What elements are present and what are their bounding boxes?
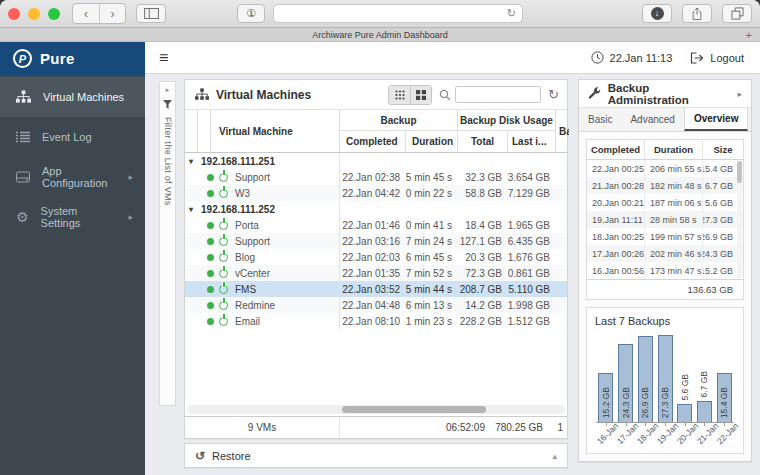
column-total[interactable]: Total — [458, 131, 508, 152]
datetime-display: 22.Jan 11:13 — [591, 51, 673, 64]
vm-name-cell[interactable]: Porta — [185, 217, 340, 233]
backup-row[interactable]: 18.Jan 00:25199 min 57 s26.9 GB — [587, 228, 743, 245]
sidebar-item-app-configuration[interactable]: App Configuration ▸ — [0, 157, 145, 197]
chart-x-tick-label: 17-Jan — [616, 427, 636, 454]
restore-panel[interactable]: ↺ Restore ▴ — [184, 443, 568, 468]
backup-admin-content: Completed Duration Size 22.Jan 00:25206 … — [579, 132, 751, 461]
vm-row[interactable]: Blog22.Jan 02:0316 min 45 s20.3 GB1.676 … — [185, 249, 567, 265]
backup-row[interactable]: 21.Jan 00:28182 min 48 s6.7 GB — [587, 177, 743, 194]
vm-name-label: Support — [235, 236, 270, 247]
share-button[interactable] — [682, 4, 712, 23]
column-virtual-machine[interactable]: Virtual Machine — [211, 110, 340, 152]
downloads-button[interactable]: ↓ — [642, 4, 672, 23]
vm-name-cell[interactable]: Support — [185, 233, 340, 249]
sidebar-toggle-icon — [144, 8, 159, 19]
column-duration[interactable]: Duration — [645, 140, 703, 159]
power-icon — [219, 189, 228, 198]
chart-bar: 15.4 GB — [714, 333, 734, 422]
column-completed[interactable]: Completed — [340, 131, 406, 152]
vm-row[interactable]: vCenter22.Jan 01:3517 min 52 s72.3 GB10.… — [185, 265, 567, 281]
vm-name-cell[interactable]: Redmine — [185, 297, 340, 313]
tab-overview[interactable]: Overview — [684, 108, 748, 131]
vm-name-cell[interactable]: Support — [185, 169, 340, 185]
browser-window: ‹ › ① ↻ ↓ Archiware Pure Admin Dashboard… — [0, 0, 760, 475]
vm-row[interactable]: FMS22.Jan 03:5235 min 44 s208.7 GB25.110… — [185, 281, 567, 297]
tile-view-button[interactable] — [410, 86, 431, 104]
address-bar[interactable]: ↻ — [273, 4, 523, 23]
vm-table-body: ▾192.168.111.251Support22.Jan 02:3835 mi… — [185, 153, 567, 329]
backup-row[interactable]: 16.Jan 00:56173 min 47 s15.2 GB — [587, 262, 743, 279]
vm-total-cell: 18.4 GB — [458, 217, 508, 233]
vm-row[interactable]: Support22.Jan 02:3835 min 45 s32.3 GB3.6… — [185, 169, 567, 185]
refresh-icon[interactable]: ↻ — [548, 87, 559, 102]
vm-completed-cell: 22.Jan 02:38 — [340, 169, 406, 185]
tab-basic[interactable]: Basic — [579, 108, 621, 131]
vm-name-cell[interactable]: FMS — [185, 281, 340, 297]
vm-row[interactable]: Email22.Jan 08:10201 min 23 s228.2 GB31.… — [185, 313, 567, 329]
vertical-scrollbar[interactable] — [737, 161, 742, 278]
vm-total-cell: 208.7 GB — [458, 281, 508, 297]
url-input[interactable] — [280, 8, 507, 19]
power-icon — [219, 285, 228, 294]
tab-overview-button[interactable] — [722, 4, 752, 23]
vm-name-cell[interactable]: vCenter — [185, 265, 340, 281]
close-window-button[interactable] — [8, 8, 20, 20]
minimize-window-button[interactable] — [28, 8, 40, 20]
logout-button[interactable]: Logout — [690, 52, 744, 64]
status-column-header — [198, 110, 211, 152]
sidebar-item-virtual-machines[interactable]: Virtual Machines — [0, 77, 145, 117]
drive-icon — [16, 171, 30, 183]
tree-expanded-icon[interactable]: ▾ — [189, 205, 193, 214]
backup-duration-cell: 202 min 46 s — [645, 245, 703, 262]
backup-row[interactable]: 20.Jan 00:21187 min 06 s5.6 GB — [587, 194, 743, 211]
active-tab[interactable]: Archiware Pure Admin Dashboard — [312, 30, 448, 40]
tab-advanced[interactable]: Advanced — [621, 108, 683, 131]
menu-toggle-icon[interactable]: ≡ — [159, 49, 168, 67]
vm-name-cell[interactable]: Email — [185, 313, 340, 329]
back-icon: ‹ — [84, 7, 88, 21]
column-last-incremental[interactable]: Last i... — [508, 131, 556, 152]
sidebar-item-system-settings[interactable]: ⚙ System Settings ▸ — [0, 197, 145, 237]
list-view-button[interactable] — [389, 86, 410, 104]
new-tab-button[interactable]: + — [746, 30, 752, 40]
forward-button[interactable]: › — [99, 4, 125, 23]
horizontal-scrollbar-thumb[interactable] — [342, 406, 486, 413]
column-size[interactable]: Size — [703, 140, 743, 159]
tree-expanded-icon[interactable]: ▾ — [189, 157, 193, 166]
back-button[interactable]: ‹ — [73, 4, 99, 23]
vm-name-cell[interactable]: Blog — [185, 249, 340, 265]
vm-row[interactable]: Porta22.Jan 01:4610 min 41 s18.4 GB1.965… — [185, 217, 567, 233]
column-completed[interactable]: Completed — [587, 140, 645, 159]
filter-strip[interactable]: ▸ Filter the List of VMs — [159, 81, 176, 406]
vm-group-row[interactable]: ▾192.168.111.251 — [185, 153, 567, 169]
bar-value-label: 27.3 GB — [660, 387, 670, 418]
sidebar-toggle-button[interactable] — [136, 4, 166, 23]
filter-expand-icon[interactable]: ▸ — [166, 86, 170, 94]
tree-column-header — [185, 110, 198, 152]
backup-row[interactable]: 17.Jan 00:26202 min 46 s24.3 GB — [587, 245, 743, 262]
vm-name-cell[interactable]: W3 — [185, 185, 340, 201]
extension-button[interactable]: ① — [237, 4, 265, 23]
horizontal-scrollbar[interactable] — [187, 405, 565, 414]
sidebar-item-label: Event Log — [42, 131, 92, 143]
gears-icon: ⚙ — [16, 210, 29, 224]
vm-row[interactable]: W322.Jan 04:4250 min 22 s58.8 GB7.129 GB — [185, 185, 567, 201]
backup-row[interactable]: 22.Jan 00:25206 min 55 s15.4 GB — [587, 160, 743, 177]
column-duration[interactable]: Duration — [406, 131, 458, 152]
zoom-window-button[interactable] — [48, 8, 60, 20]
vm-last-incr-cell: 16.435 GB — [508, 233, 556, 249]
reload-icon[interactable]: ↻ — [507, 7, 516, 20]
column-group-truncated: Bac — [556, 110, 569, 152]
vm-total-cell: 228.2 GB — [458, 313, 508, 329]
vm-group-row[interactable]: ▾192.168.111.252 — [185, 201, 567, 217]
vm-row[interactable]: Support22.Jan 03:1637 min 24 s127.1 GB16… — [185, 233, 567, 249]
vm-total-cell: 72.3 GB — [458, 265, 508, 281]
backup-row[interactable]: 19.Jan 11:1128 min 58 s27.3 GB — [587, 211, 743, 228]
vertical-scrollbar-thumb[interactable] — [737, 161, 742, 183]
vm-row[interactable]: Redmine22.Jan 04:486 min 13 s14.2 GB1.99… — [185, 297, 567, 313]
sidebar-item-event-log[interactable]: Event Log — [0, 117, 145, 157]
panel-arrow-icon[interactable]: ▸ — [737, 89, 742, 99]
bar-value-label: 5.6 GB — [680, 374, 690, 400]
search-input[interactable] — [455, 86, 541, 103]
collapse-icon[interactable]: ▴ — [552, 451, 557, 461]
